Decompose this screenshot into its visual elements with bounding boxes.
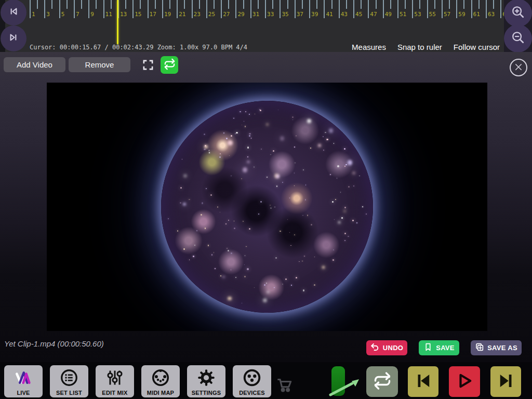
app-window: 1357911131517192123252729313335373941434… — [0, 0, 532, 399]
save-button[interactable]: SAVE — [419, 340, 459, 355]
star-dot — [280, 231, 281, 232]
ruler-tick-minor — [155, 0, 156, 9]
ruler-tick-minor — [463, 0, 464, 9]
timeline-ruler[interactable]: 1357911131517192123252729313335373941434… — [0, 0, 532, 52]
star-dot — [270, 154, 271, 155]
star-dot — [270, 207, 272, 209]
star-dot — [335, 199, 336, 200]
star-dot — [189, 199, 190, 201]
star-dot — [180, 187, 182, 189]
ruler-tick-minor — [243, 0, 244, 9]
skip-to-start-icon — [414, 371, 433, 392]
star-dot — [234, 228, 235, 229]
star-dot — [249, 228, 250, 230]
star-dot — [225, 223, 227, 224]
ruler-tick-minor — [331, 0, 332, 9]
add-video-button[interactable]: Add Video — [4, 57, 65, 72]
ruler-tick-major — [324, 0, 325, 18]
ruler-tick-minor — [37, 0, 38, 9]
toggle-follow-cursor[interactable]: Follow cursor — [454, 43, 500, 51]
star-dot — [299, 261, 300, 262]
shopping-cart-icon[interactable] — [274, 375, 294, 394]
fader-button[interactable] — [331, 366, 345, 396]
remove-video-button[interactable]: Remove — [69, 57, 130, 72]
ruler-tick-label: 21 — [179, 11, 185, 18]
toolbar-devices-label: DEVICES — [239, 390, 265, 396]
ruler-tick-label: 19 — [164, 11, 171, 18]
save-as-button[interactable]: SAVE AS — [471, 340, 522, 355]
star-dot — [245, 255, 246, 256]
ruler-tick-major — [30, 0, 31, 18]
star-dot — [220, 275, 221, 276]
star-dot — [249, 133, 250, 135]
zoom-out-button[interactable] — [504, 24, 532, 52]
star-dot — [325, 132, 326, 133]
toolbar-devices-button[interactable]: DEVICES — [233, 365, 271, 397]
star-dot — [266, 123, 269, 126]
toolbar-midi-map-button[interactable]: MIDI MAP — [141, 365, 180, 397]
star-dot — [208, 245, 209, 246]
star-dot — [255, 114, 256, 115]
star-dot — [344, 233, 346, 234]
transport-loop-button[interactable] — [366, 366, 398, 397]
ruler-tick-major — [397, 0, 398, 18]
star-dot — [341, 217, 343, 219]
star-dot — [242, 303, 242, 303]
star-dot — [274, 174, 279, 178]
star-dot — [276, 175, 280, 178]
star-dot — [231, 176, 232, 177]
star-dot — [240, 111, 241, 113]
toolbar-edit-mix-button[interactable]: EDIT MIX — [96, 365, 134, 397]
star-dot — [204, 149, 205, 150]
ruler-tick-minor — [376, 0, 377, 9]
undo-button[interactable]: UNDO — [366, 340, 407, 355]
ruler-tick-label: 45 — [355, 11, 362, 18]
close-panel-button[interactable] — [510, 59, 527, 76]
star-dot — [266, 283, 267, 284]
star-dot — [220, 153, 221, 154]
ruler-tick-minor — [258, 0, 259, 9]
ruler-tick-minor — [96, 0, 97, 9]
ruler-tick-minor — [361, 0, 362, 9]
skip-forward-icon — [7, 31, 20, 46]
ruler-tick-label: 29 — [237, 11, 244, 18]
ruler-tick-minor — [214, 0, 215, 9]
skip-forward-button[interactable] — [1, 25, 26, 51]
ruler-tick-minor — [434, 0, 435, 9]
ruler-tick-minor — [419, 0, 420, 9]
star-dot — [217, 206, 219, 208]
toolbar-live-button[interactable]: LIVE — [4, 365, 43, 397]
star-dot — [280, 136, 284, 140]
star-dot — [332, 259, 334, 261]
fullscreen-icon[interactable] — [141, 58, 155, 72]
star-dot — [183, 174, 187, 178]
playhead-cursor[interactable] — [117, 0, 118, 44]
toggle-measures[interactable]: Measures — [352, 43, 386, 51]
toolbar-set-list-button[interactable]: SET LIST — [50, 365, 88, 397]
star-dot — [219, 156, 221, 158]
transport-skip-start-button[interactable] — [408, 366, 438, 397]
star-dot — [292, 119, 294, 121]
toolbar-settings-button[interactable]: SETTINGS — [187, 365, 225, 397]
toggle-snap-to-ruler[interactable]: Snap to ruler — [397, 43, 442, 51]
skip-back-button[interactable] — [1, 0, 26, 25]
ruler-tick-minor — [140, 0, 141, 9]
star-dot — [220, 212, 220, 212]
video-editor-panel: Add Video Remove Yet Clip-1.mp — [0, 52, 532, 362]
loop-toggle-button[interactable] — [161, 56, 178, 74]
video-preview[interactable] — [47, 83, 487, 331]
ruler-tick-minor — [81, 0, 82, 9]
star-dot — [322, 266, 324, 268]
star-dot — [344, 166, 345, 167]
star-dot — [214, 252, 214, 252]
ruler-tick-major — [265, 0, 266, 18]
zoom-in-button[interactable] — [504, 0, 532, 27]
star-dot — [229, 155, 230, 156]
star-dot — [267, 290, 270, 294]
transport-play-button[interactable] — [449, 366, 480, 397]
star-dot — [247, 268, 248, 270]
star-dot — [233, 118, 234, 119]
ruler-tick-major — [88, 0, 89, 18]
transport-skip-end-button[interactable] — [490, 366, 521, 397]
star-dot — [204, 145, 208, 149]
